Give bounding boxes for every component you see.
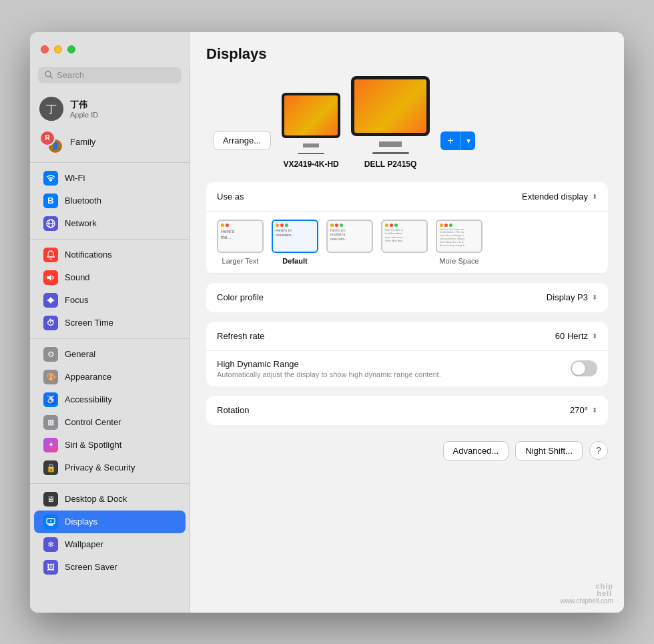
color-profile-value[interactable]: Display P3 ⬍ [547,292,597,302]
general-icon: ⚙ [43,347,58,362]
privacy-icon: 🔒 [43,460,58,475]
add-display-group: + ▾ [440,131,475,150]
res-label-more-space: More Space [439,257,478,265]
close-button[interactable] [41,45,49,53]
sidebar-item-accessibility[interactable]: ♿ Accessibility [34,388,186,411]
display-settings-card: Refresh rate 60 Hertz ⬍ High Dynamic Ran… [206,322,608,386]
arrange-button[interactable]: Arrange... [213,131,271,150]
main-content: Displays Arrange... VX2419-4K-HD DEL [190,32,624,613]
hdr-label: High Dynamic Range [217,359,441,369]
res-preview-4: Here's to the crtroublemakers.ones who s… [381,220,428,253]
divider-3 [30,338,190,339]
sidebar-label-screensaver: Screen Saver [65,562,117,572]
sidebar-item-siri[interactable]: ✦ Siri & Spotlight [34,434,186,456]
res-option-4[interactable]: Here's to the crtroublemakers.ones who s… [381,220,428,265]
hdr-description: Automatically adjust the display to show… [217,370,441,378]
res-preview-default: Here's totroublem... [272,220,318,253]
profile-section[interactable]: 丁 丁伟 Apple ID [30,91,190,126]
svg-point-0 [45,71,51,77]
sidebar: 丁 丁伟 Apple ID R 👤 Family Wi-Fi B [30,32,190,613]
res-preview-more-space: Here's to the crazy onetroublemakers. Th… [436,220,482,253]
sidebar-item-privacy[interactable]: 🔒 Privacy & Security [34,456,186,479]
maximize-button[interactable] [67,45,75,53]
sidebar-item-controlcenter[interactable]: ▦ Control Center [34,411,186,434]
sidebar-item-notifications[interactable]: Notifications [34,244,186,266]
res-preview-3: Here's to ttroublemaones who... [326,220,373,253]
sidebar-item-wifi[interactable]: Wi-Fi [34,167,186,190]
refresh-rate-value[interactable]: 60 Hertz ⬍ [555,331,597,341]
siri-icon: ✦ [43,438,58,452]
sidebar-label-notifications: Notifications [65,250,112,260]
add-display-dropdown[interactable]: ▾ [460,131,475,150]
sound-icon [43,270,58,285]
monitor1-label: VX2419-4K-HD [283,159,338,169]
sidebar-item-sound[interactable]: Sound [34,266,186,289]
sidebar-label-siri: Siri & Spotlight [65,440,121,450]
monitor-primary[interactable]: VX2419-4K-HD [282,93,340,169]
color-profile-chevron: ⬍ [592,294,597,301]
res-option-more-space[interactable]: Here's to the crazy onetroublemakers. Th… [436,220,482,265]
color-profile-row: Color profile Display P3 ⬍ [206,283,608,312]
desktop-icon: 🖥 [43,492,58,507]
res-option-larger-text[interactable]: Here'sthe... Larger Text [217,220,264,265]
add-display-button[interactable]: + [440,131,460,150]
bottom-bar: Advanced... Night Shift... ? [206,441,608,460]
hdr-row: High Dynamic Range Automatically adjust … [206,351,608,386]
sidebar-label-privacy: Privacy & Security [65,462,135,472]
sidebar-label-focus: Focus [65,295,88,305]
res-option-default[interactable]: Here's totroublem... Default [272,220,318,265]
refresh-rate-label: Refresh rate [217,331,265,341]
sidebar-item-screensaver[interactable]: 🖼 Screen Saver [34,556,186,579]
sidebar-item-general[interactable]: ⚙ General [34,343,186,366]
sidebar-item-family[interactable]: R 👤 Family [30,126,190,158]
rotation-label: Rotation [217,405,249,415]
sidebar-label-general: General [65,349,95,359]
sidebar-item-appearance[interactable]: 🎨 Appearance [34,366,186,388]
res-label-larger-text: Larger Text [222,257,259,265]
wallpaper-icon: ❄ [43,537,58,552]
divider-1 [30,162,190,163]
rotation-value[interactable]: 270° ⬍ [570,405,597,415]
appearance-icon: 🎨 [43,370,58,384]
res-preview-larger-text: Here'sthe... [217,220,264,253]
avatar: 丁 [39,97,63,121]
search-input[interactable] [57,70,175,80]
sidebar-item-desktop[interactable]: 🖥 Desktop & Dock [34,488,186,511]
svg-marker-7 [47,274,51,281]
sidebar-label-appearance: Appearance [65,372,111,382]
use-as-card: Use as Extended display ⬍ Here'sthe... [206,182,608,274]
watermark: chiphell www.chiphell.com [561,583,613,605]
sidebar-item-screentime[interactable]: ⏱ Screen Time [34,312,186,334]
sidebar-item-label-family: Family [70,137,95,147]
sidebar-item-displays[interactable]: Displays [34,511,186,533]
monitor2-label: DELL P2415Q [364,159,416,169]
hdr-toggle[interactable] [571,360,597,376]
sidebar-item-bluetooth[interactable]: B Bluetooth [34,190,186,212]
family-av1: R [39,130,55,146]
use-as-text: Extended display [522,192,588,202]
search-box[interactable] [38,67,182,83]
search-icon [45,71,53,79]
sidebar-item-network[interactable]: Network [34,212,186,235]
minimize-button[interactable] [54,45,62,53]
sidebar-item-focus[interactable]: Focus [34,289,186,312]
monitor-secondary[interactable]: DELL P2415Q [351,76,430,169]
sidebar-label-wallpaper: Wallpaper [65,539,103,549]
use-as-value[interactable]: Extended display ⬍ [522,192,597,202]
resolution-options-row: Here'sthe... Larger Text Here's totroubl… [206,212,608,274]
svg-text:丁: 丁 [46,103,57,115]
sidebar-label-screentime: Screen Time [65,318,113,328]
help-button[interactable]: ? [589,441,608,460]
res-label-default: Default [282,257,307,265]
watermark-url: www.chiphell.com [561,597,613,605]
res-option-3[interactable]: Here's to ttroublemaones who... [326,220,373,265]
rotation-card: Rotation 270° ⬍ [206,396,608,425]
night-shift-button[interactable]: Night Shift... [515,441,583,460]
sidebar-label-sound: Sound [65,272,90,282]
advanced-button[interactable]: Advanced... [443,441,509,460]
bluetooth-icon: B [43,194,58,208]
sidebar-item-wallpaper[interactable]: ❄ Wallpaper [34,533,186,556]
screentime-icon: ⏱ [43,316,58,330]
page-title: Displays [206,45,608,63]
rotation-row: Rotation 270° ⬍ [206,396,608,425]
